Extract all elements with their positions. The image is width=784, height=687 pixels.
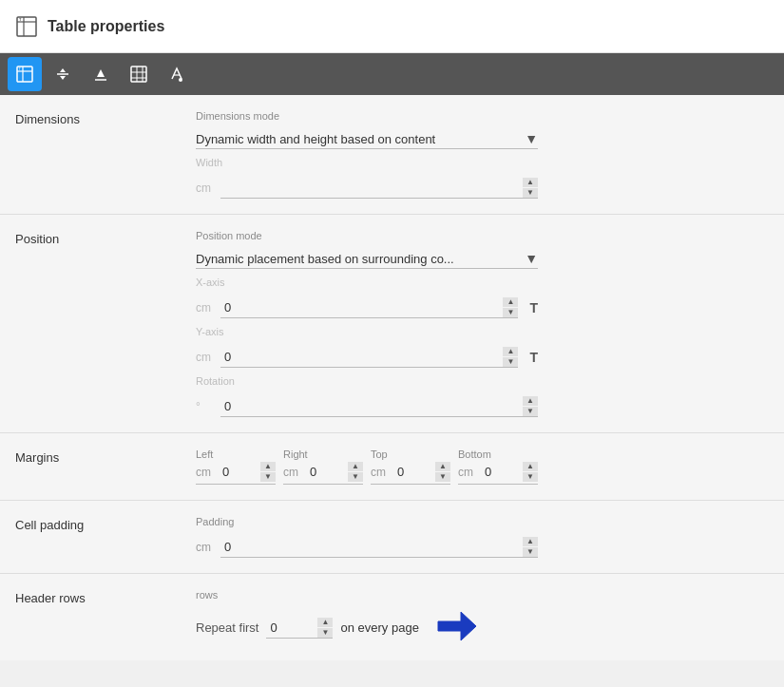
- svg-marker-19: [438, 612, 476, 640]
- margin-top-down[interactable]: ▼: [435, 472, 450, 482]
- cell-padding-section: Cell padding Padding cm ▲ ▼: [0, 501, 784, 574]
- dimensions-width-spinner[interactable]: ▲ ▼: [523, 178, 538, 198]
- position-yaxis-down[interactable]: ▼: [503, 357, 518, 367]
- position-yaxis-input[interactable]: [220, 348, 503, 366]
- dimensions-width-down[interactable]: ▼: [523, 188, 538, 198]
- dimensions-mode-dropdown[interactable]: Dynamic width and height based on conten…: [196, 131, 538, 149]
- dimensions-section: Dimensions Dimensions mode Dynamic width…: [0, 95, 784, 215]
- cell-padding-down[interactable]: ▼: [523, 547, 538, 557]
- position-xaxis-anchor-icon[interactable]: T: [529, 300, 538, 315]
- header-rows-section: Header rows rows Repeat first ▲ ▼ on eve…: [0, 574, 784, 660]
- position-rotation-spinner[interactable]: ▲ ▼: [523, 396, 538, 416]
- cell-padding-input[interactable]: [220, 538, 523, 556]
- dimensions-width-unit: cm: [196, 181, 215, 195]
- margin-bottom-down[interactable]: ▼: [523, 472, 538, 482]
- margin-right-row: cm ▲ ▼: [283, 462, 363, 485]
- svg-marker-9: [60, 68, 66, 72]
- margin-bottom-item: Bottom cm ▲ ▼: [458, 448, 538, 485]
- header-rows-arrow-icon: [434, 610, 476, 645]
- toolbar: T: [0, 53, 784, 95]
- cell-padding-input-wrapper: ▲ ▼: [220, 537, 538, 558]
- position-mode-label: Position mode: [196, 230, 769, 241]
- dimensions-width-label: Width: [196, 157, 222, 168]
- position-mode-dropdown[interactable]: Dynamic placement based on surrounding c…: [196, 251, 538, 269]
- repeat-value-input[interactable]: [266, 619, 317, 637]
- position-rotation-up[interactable]: ▲: [523, 396, 538, 406]
- dimensions-mode-value: Dynamic width and height based on conten…: [196, 132, 525, 146]
- position-rotation-down[interactable]: ▼: [523, 407, 538, 416]
- repeat-spinner[interactable]: ▲ ▼: [317, 618, 333, 638]
- position-rotation-row: ° ▲ ▼: [196, 396, 538, 417]
- position-rotation-unit: °: [196, 400, 215, 413]
- toolbar-valign-bottom-btn[interactable]: [84, 57, 118, 91]
- position-xaxis-label: X-axis: [196, 277, 769, 288]
- position-mode-arrow-icon[interactable]: ▼: [525, 251, 538, 266]
- margins-controls: Left cm ▲ ▼ Right cm: [196, 448, 769, 485]
- margin-left-up[interactable]: ▲: [260, 462, 276, 471]
- margin-top-input[interactable]: [393, 463, 431, 481]
- margin-right-unit: cm: [283, 466, 302, 479]
- repeat-up[interactable]: ▲: [317, 618, 333, 627]
- cell-padding-label: Cell padding: [15, 516, 196, 532]
- dimensions-controls: Dimensions mode Dynamic width and height…: [196, 110, 769, 199]
- position-xaxis-input-wrapper: ▲ ▼: [220, 297, 518, 318]
- position-yaxis-row: cm ▲ ▼ T: [196, 347, 538, 368]
- position-yaxis-spinner[interactable]: ▲ ▼: [503, 347, 518, 367]
- margin-right-up[interactable]: ▲: [348, 462, 363, 471]
- margin-top-unit: cm: [371, 466, 390, 479]
- svg-rect-13: [131, 67, 146, 82]
- margin-left-spinner[interactable]: ▲ ▼: [260, 462, 276, 482]
- toolbar-table-btn[interactable]: T: [8, 57, 42, 91]
- margin-top-item: Top cm ▲ ▼: [371, 448, 450, 485]
- margins-label: Margins: [15, 448, 196, 465]
- page-title: Table properties: [48, 18, 164, 35]
- position-mode-value: Dynamic placement based on surrounding c…: [196, 252, 525, 266]
- dimensions-width-row: Width: [196, 157, 538, 170]
- repeat-first-label: Repeat first: [196, 620, 258, 635]
- position-xaxis-input[interactable]: [220, 298, 503, 316]
- margin-bottom-label: Bottom: [458, 448, 538, 460]
- dimensions-width-input[interactable]: [220, 179, 523, 197]
- position-yaxis-up[interactable]: ▲: [503, 347, 518, 356]
- position-xaxis-down[interactable]: ▼: [503, 308, 518, 317]
- cell-padding-input-row: cm ▲ ▼: [196, 537, 538, 558]
- dimensions-width-up[interactable]: ▲: [523, 178, 538, 187]
- dimensions-label: Dimensions: [15, 110, 196, 126]
- position-xaxis-spinner[interactable]: ▲ ▼: [503, 297, 518, 317]
- margins-section: Margins Left cm ▲ ▼ Ri: [0, 433, 784, 501]
- margin-bottom-unit: cm: [458, 466, 477, 479]
- margin-right-spinner[interactable]: ▲ ▼: [348, 462, 363, 482]
- position-xaxis-row: cm ▲ ▼ T: [196, 297, 538, 318]
- margin-right-input[interactable]: [306, 463, 344, 481]
- properties-panel: Dimensions Dimensions mode Dynamic width…: [0, 95, 784, 660]
- position-rotation-input[interactable]: [220, 397, 523, 415]
- repeat-down[interactable]: ▼: [317, 628, 333, 638]
- dimensions-width-input-wrapper: ▲ ▼: [220, 178, 538, 199]
- margin-bottom-up[interactable]: ▲: [523, 462, 538, 471]
- margin-left-down[interactable]: ▼: [260, 472, 276, 482]
- margin-bottom-spinner[interactable]: ▲ ▼: [523, 462, 538, 482]
- position-yaxis-input-wrapper: ▲ ▼: [220, 347, 518, 368]
- cell-padding-up[interactable]: ▲: [523, 537, 538, 546]
- margin-left-item: Left cm ▲ ▼: [196, 448, 276, 485]
- margin-bottom-input[interactable]: [481, 463, 519, 481]
- margin-left-label: Left: [196, 448, 276, 460]
- position-rotation-input-wrapper: ▲ ▼: [220, 396, 538, 417]
- cell-padding-unit: cm: [196, 541, 215, 554]
- header-rows-label: Header rows: [15, 589, 196, 605]
- position-yaxis-anchor-icon[interactable]: T: [529, 350, 538, 365]
- position-xaxis-up[interactable]: ▲: [503, 297, 518, 307]
- dimensions-mode-arrow-icon[interactable]: ▼: [525, 131, 538, 146]
- margin-top-up[interactable]: ▲: [435, 462, 450, 471]
- margin-right-down[interactable]: ▼: [348, 472, 363, 482]
- dimensions-width-input-row: cm ▲ ▼: [196, 178, 538, 199]
- toolbar-valign-center-btn[interactable]: [46, 57, 80, 91]
- toolbar-paint-btn[interactable]: [160, 57, 194, 91]
- margin-left-input[interactable]: [219, 463, 257, 481]
- toolbar-table-grid-btn[interactable]: [122, 57, 156, 91]
- margin-top-spinner[interactable]: ▲ ▼: [435, 462, 450, 482]
- position-section: Position Position mode Dynamic placement…: [0, 215, 784, 433]
- cell-padding-spinner[interactable]: ▲ ▼: [523, 537, 538, 557]
- position-yaxis-label: Y-axis: [196, 326, 769, 337]
- on-every-page-label: on every page: [340, 620, 418, 635]
